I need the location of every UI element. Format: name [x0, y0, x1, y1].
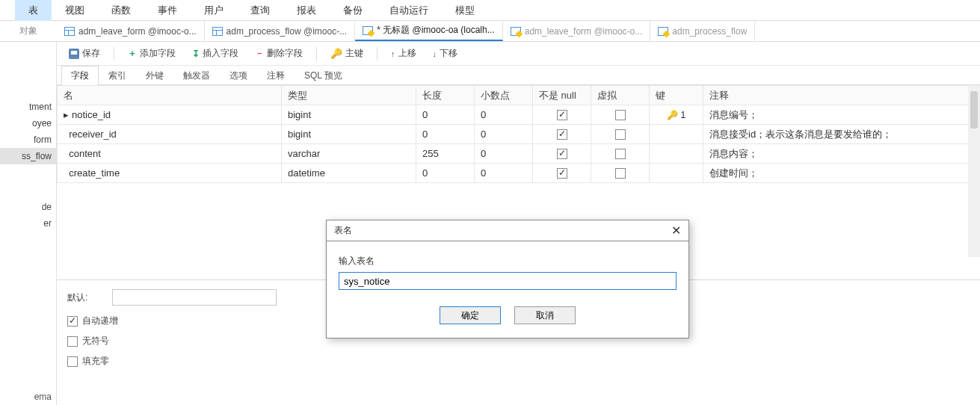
tree-item[interactable]: form	[0, 132, 56, 148]
cell-length[interactable]: 0	[416, 125, 475, 144]
move-down-button[interactable]: ↓ 下移	[427, 46, 464, 61]
menu-query[interactable]: 查询	[237, 0, 283, 21]
col-type[interactable]: 类型	[282, 86, 416, 105]
cell-key[interactable]	[650, 144, 703, 164]
notnull-checkbox[interactable]	[557, 129, 567, 140]
table-row[interactable]: ▸notice_idbigint00🔑 1消息编号；	[58, 105, 980, 125]
virtual-checkbox[interactable]	[615, 110, 626, 120]
col-decimals[interactable]: 小数点	[475, 86, 533, 105]
tab-adm-process-flow-design[interactable]: adm_process_flow	[650, 21, 755, 41]
tree-item[interactable]: de	[0, 199, 56, 215]
cell-name[interactable]: receiver_id	[58, 125, 282, 144]
cell-decimals[interactable]: 0	[475, 125, 533, 144]
subtab-foreign-keys[interactable]: 外键	[136, 66, 173, 85]
tree-item-selected[interactable]: ss_flow	[0, 148, 56, 164]
delete-field-button[interactable]: － 删除字段	[249, 46, 309, 61]
notnull-checkbox[interactable]	[557, 168, 567, 179]
scroll-thumb[interactable]	[970, 91, 978, 129]
cell-decimals[interactable]: 0	[475, 164, 533, 183]
cell-name[interactable]: ▸notice_id	[58, 105, 282, 125]
subtab-sql-preview[interactable]: SQL 预览	[295, 66, 352, 85]
cell-length[interactable]: 255	[416, 144, 475, 164]
cell-comment[interactable]: 创建时间；	[703, 164, 980, 183]
virtual-checkbox[interactable]	[615, 168, 626, 179]
cell-name[interactable]: create_time	[58, 164, 282, 183]
cell-comment[interactable]: 消息内容；	[703, 144, 980, 164]
notnull-checkbox[interactable]	[557, 110, 567, 120]
virtual-checkbox[interactable]	[615, 129, 626, 140]
col-comment[interactable]: 注释	[703, 86, 980, 105]
menu-model[interactable]: 模型	[442, 0, 488, 21]
field-grid[interactable]: 名 类型 长度 小数点 不是 null 虚拟 键 注释 ▸notice_idbi…	[57, 85, 980, 183]
cell-decimals[interactable]: 0	[475, 144, 533, 164]
table-row[interactable]: contentvarchar2550消息内容；	[58, 144, 980, 164]
tab-adm-leave-form-design[interactable]: adm_leave_form @imooc-o...	[503, 21, 651, 41]
col-length[interactable]: 长度	[416, 86, 475, 105]
cell-virtual[interactable]	[591, 144, 650, 164]
subtab-indexes[interactable]: 索引	[99, 66, 136, 85]
subtab-fields[interactable]: 字段	[61, 66, 99, 85]
tree-item[interactable]: oyee	[0, 115, 56, 132]
menu-autorun[interactable]: 自动运行	[376, 0, 442, 21]
menu-table[interactable]: 表	[15, 0, 52, 21]
subtab-comment[interactable]: 注释	[257, 66, 295, 85]
cancel-button[interactable]: 取消	[514, 306, 576, 324]
menu-function[interactable]: 函数	[98, 0, 144, 21]
table-row[interactable]: create_timedatetime00创建时间；	[58, 164, 980, 183]
cell-notnull[interactable]	[533, 105, 591, 125]
tree-item[interactable]: tment	[0, 99, 56, 115]
cell-notnull[interactable]	[533, 125, 591, 144]
insert-field-button[interactable]: ↧ 插入字段	[186, 46, 244, 61]
col-key[interactable]: 键	[650, 86, 703, 105]
unsigned-checkbox[interactable]	[67, 336, 78, 347]
menu-report[interactable]: 报表	[283, 0, 330, 21]
subtab-options[interactable]: 选项	[220, 66, 257, 85]
col-notnull[interactable]: 不是 null	[533, 86, 591, 105]
cell-name[interactable]: content	[58, 144, 282, 164]
vertical-scrollbar[interactable]	[968, 85, 980, 257]
tab-adm-process-flow-open[interactable]: adm_process_flow @imooc-...	[205, 21, 356, 41]
cell-length[interactable]: 0	[416, 164, 475, 183]
zerofill-checkbox[interactable]	[67, 356, 78, 367]
col-virtual[interactable]: 虚拟	[591, 86, 650, 105]
tab-untitled-design[interactable]: * 无标题 @imooc-oa (localh...	[355, 21, 503, 41]
cell-virtual[interactable]	[591, 125, 650, 144]
cell-notnull[interactable]	[533, 144, 591, 164]
auto-increment-checkbox[interactable]	[67, 316, 78, 327]
menu-backup[interactable]: 备份	[330, 0, 376, 21]
subtab-triggers[interactable]: 触发器	[173, 66, 220, 85]
cell-length[interactable]: 0	[416, 105, 475, 125]
menu-user[interactable]: 用户	[191, 0, 237, 21]
cell-virtual[interactable]	[591, 164, 650, 183]
dialog-titlebar[interactable]: 表名 ✕	[327, 220, 688, 241]
cell-type[interactable]: datetime	[282, 164, 416, 183]
cell-notnull[interactable]	[533, 164, 591, 183]
menu-event[interactable]: 事件	[144, 0, 191, 21]
ok-button[interactable]: 确定	[440, 306, 501, 324]
cell-decimals[interactable]: 0	[475, 105, 533, 125]
cell-key[interactable]	[650, 125, 703, 144]
tab-adm-leave-form-open[interactable]: adm_leave_form @imooc-o...	[57, 21, 205, 41]
cell-type[interactable]: varchar	[282, 144, 416, 164]
cell-key[interactable]: 🔑 1	[650, 105, 703, 125]
cell-type[interactable]: bigint	[282, 105, 416, 125]
tree-item[interactable]: ema	[34, 392, 52, 402]
primary-key-button[interactable]: 🔑 主键	[324, 46, 369, 61]
close-icon[interactable]: ✕	[671, 225, 681, 237]
cell-key[interactable]	[650, 164, 703, 183]
notnull-checkbox[interactable]	[557, 149, 567, 159]
object-tab[interactable]: 对象	[0, 25, 57, 37]
cell-comment[interactable]: 消息接受id；表示这条消息是要发给谁的；	[703, 125, 980, 144]
table-row[interactable]: receiver_idbigint00消息接受id；表示这条消息是要发给谁的；	[58, 125, 980, 144]
save-button[interactable]: 保存	[63, 46, 106, 61]
col-name[interactable]: 名	[58, 86, 282, 105]
default-input[interactable]	[112, 289, 277, 306]
menu-view[interactable]: 视图	[52, 0, 98, 21]
table-name-input[interactable]	[339, 272, 677, 290]
cell-virtual[interactable]	[591, 105, 650, 125]
virtual-checkbox[interactable]	[615, 149, 626, 159]
add-field-button[interactable]: ＋ 添加字段	[122, 46, 182, 61]
cell-comment[interactable]: 消息编号；	[703, 105, 980, 125]
cell-type[interactable]: bigint	[282, 125, 416, 144]
tree-item[interactable]: er	[0, 215, 56, 232]
